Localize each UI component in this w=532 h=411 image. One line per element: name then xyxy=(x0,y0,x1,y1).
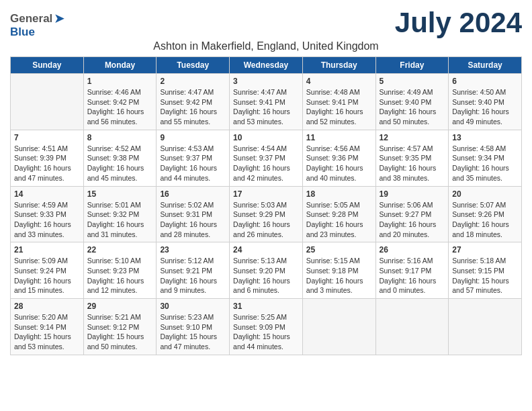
day-info: Sunrise: 4:48 AM Sunset: 9:41 PM Dayligh… xyxy=(306,87,372,127)
day-info: Sunrise: 5:21 AM Sunset: 9:12 PM Dayligh… xyxy=(87,312,153,352)
day-info: Sunrise: 5:25 AM Sunset: 9:09 PM Dayligh… xyxy=(233,312,299,352)
day-number: 10 xyxy=(233,133,299,142)
day-info: Sunrise: 4:56 AM Sunset: 9:36 PM Dayligh… xyxy=(306,144,372,183)
day-number: 31 xyxy=(233,302,299,311)
calendar-cell: 20Sunrise: 5:07 AM Sunset: 9:26 PM Dayli… xyxy=(449,186,522,242)
calendar-table: SundayMondayTuesdayWednesdayThursdayFrid… xyxy=(10,56,522,355)
day-info: Sunrise: 4:51 AM Sunset: 9:39 PM Dayligh… xyxy=(14,144,80,183)
calendar-week-row: 21Sunrise: 5:09 AM Sunset: 9:24 PM Dayli… xyxy=(11,242,522,299)
day-number: 28 xyxy=(14,302,80,311)
day-info: Sunrise: 4:57 AM Sunset: 9:35 PM Dayligh… xyxy=(380,144,445,183)
calendar-cell: 19Sunrise: 5:06 AM Sunset: 9:27 PM Dayli… xyxy=(375,186,449,242)
day-info: Sunrise: 5:16 AM Sunset: 9:17 PM Dayligh… xyxy=(380,256,445,295)
day-number: 9 xyxy=(160,133,226,142)
calendar-cell: 25Sunrise: 5:15 AM Sunset: 9:18 PM Dayli… xyxy=(302,242,375,299)
day-info: Sunrise: 4:47 AM Sunset: 9:42 PM Dayligh… xyxy=(160,87,226,127)
logo-blue: Blue xyxy=(10,26,35,38)
day-number: 17 xyxy=(233,189,299,199)
day-info: Sunrise: 5:01 AM Sunset: 9:32 PM Dayligh… xyxy=(87,200,153,240)
day-number: 24 xyxy=(233,245,299,255)
day-number: 18 xyxy=(306,189,372,199)
calendar-cell: 5Sunrise: 4:49 AM Sunset: 9:40 PM Daylig… xyxy=(375,74,449,130)
day-info: Sunrise: 5:02 AM Sunset: 9:31 PM Dayligh… xyxy=(160,200,226,240)
day-number: 11 xyxy=(306,133,372,142)
calendar-cell: 17Sunrise: 5:03 AM Sunset: 9:29 PM Dayli… xyxy=(230,186,303,242)
calendar-cell: 3Sunrise: 4:47 AM Sunset: 9:41 PM Daylig… xyxy=(230,74,303,130)
day-number: 13 xyxy=(452,133,518,142)
calendar-week-row: 14Sunrise: 4:59 AM Sunset: 9:33 PM Dayli… xyxy=(11,186,522,242)
day-info: Sunrise: 5:20 AM Sunset: 9:14 PM Dayligh… xyxy=(14,312,80,352)
day-info: Sunrise: 4:47 AM Sunset: 9:41 PM Dayligh… xyxy=(233,87,299,127)
calendar-cell: 10Sunrise: 4:54 AM Sunset: 9:37 PM Dayli… xyxy=(230,130,303,186)
day-number: 27 xyxy=(452,245,518,255)
day-info: Sunrise: 4:53 AM Sunset: 9:37 PM Dayligh… xyxy=(160,144,226,183)
weekday-header-friday: Friday xyxy=(375,57,449,74)
day-info: Sunrise: 5:23 AM Sunset: 9:10 PM Dayligh… xyxy=(160,312,226,352)
day-info: Sunrise: 5:07 AM Sunset: 9:26 PM Dayligh… xyxy=(452,200,518,240)
day-number: 16 xyxy=(160,189,226,199)
day-info: Sunrise: 4:46 AM Sunset: 9:42 PM Dayligh… xyxy=(87,87,153,127)
day-number: 20 xyxy=(452,189,518,199)
day-info: Sunrise: 5:05 AM Sunset: 9:28 PM Dayligh… xyxy=(306,200,372,240)
logo-general: General xyxy=(10,13,52,24)
calendar-cell: 14Sunrise: 4:59 AM Sunset: 9:33 PM Dayli… xyxy=(11,186,84,242)
day-info: Sunrise: 4:58 AM Sunset: 9:34 PM Dayligh… xyxy=(452,144,518,183)
page-subtitle: Ashton in Makerfield, England, United Ki… xyxy=(10,40,522,52)
calendar-cell: 28Sunrise: 5:20 AM Sunset: 9:14 PM Dayli… xyxy=(11,299,84,355)
day-number: 3 xyxy=(233,77,299,86)
calendar-week-row: 1Sunrise: 4:46 AM Sunset: 9:42 PM Daylig… xyxy=(11,74,522,130)
day-info: Sunrise: 4:50 AM Sunset: 9:40 PM Dayligh… xyxy=(452,87,518,127)
logo-bird-icon: ➤ xyxy=(54,10,65,26)
day-number: 15 xyxy=(87,189,153,199)
calendar-cell: 6Sunrise: 4:50 AM Sunset: 9:40 PM Daylig… xyxy=(449,74,522,130)
day-number: 29 xyxy=(87,302,153,311)
day-number: 25 xyxy=(306,245,372,255)
calendar-cell: 27Sunrise: 5:18 AM Sunset: 9:15 PM Dayli… xyxy=(449,242,522,299)
calendar-cell: 1Sunrise: 4:46 AM Sunset: 9:42 PM Daylig… xyxy=(83,74,157,130)
calendar-cell: 4Sunrise: 4:48 AM Sunset: 9:41 PM Daylig… xyxy=(302,74,375,130)
day-number: 23 xyxy=(160,245,226,255)
calendar-cell: 22Sunrise: 5:10 AM Sunset: 9:23 PM Dayli… xyxy=(83,242,157,299)
calendar-cell: 31Sunrise: 5:25 AM Sunset: 9:09 PM Dayli… xyxy=(230,299,303,355)
calendar-cell xyxy=(302,299,375,355)
calendar-cell xyxy=(375,299,449,355)
calendar-cell: 23Sunrise: 5:12 AM Sunset: 9:21 PM Dayli… xyxy=(157,242,230,299)
day-info: Sunrise: 5:12 AM Sunset: 9:21 PM Dayligh… xyxy=(160,256,226,295)
day-number: 5 xyxy=(380,77,445,86)
calendar-week-row: 7Sunrise: 4:51 AM Sunset: 9:39 PM Daylig… xyxy=(11,130,522,186)
day-info: Sunrise: 5:15 AM Sunset: 9:18 PM Dayligh… xyxy=(306,256,372,295)
day-number: 21 xyxy=(14,245,80,255)
day-info: Sunrise: 5:10 AM Sunset: 9:23 PM Dayligh… xyxy=(87,256,153,295)
weekday-header-thursday: Thursday xyxy=(302,57,375,74)
logo: General ➤ Blue xyxy=(10,7,65,38)
weekday-header-sunday: Sunday xyxy=(11,57,84,74)
calendar-cell: 7Sunrise: 4:51 AM Sunset: 9:39 PM Daylig… xyxy=(11,130,84,186)
calendar-cell: 29Sunrise: 5:21 AM Sunset: 9:12 PM Dayli… xyxy=(83,299,157,355)
calendar-cell: 21Sunrise: 5:09 AM Sunset: 9:24 PM Dayli… xyxy=(11,242,84,299)
calendar-cell: 18Sunrise: 5:05 AM Sunset: 9:28 PM Dayli… xyxy=(302,186,375,242)
day-info: Sunrise: 5:03 AM Sunset: 9:29 PM Dayligh… xyxy=(233,200,299,240)
weekday-header-tuesday: Tuesday xyxy=(157,57,230,74)
day-info: Sunrise: 5:06 AM Sunset: 9:27 PM Dayligh… xyxy=(380,200,445,240)
calendar-cell: 30Sunrise: 5:23 AM Sunset: 9:10 PM Dayli… xyxy=(157,299,230,355)
day-info: Sunrise: 4:54 AM Sunset: 9:37 PM Dayligh… xyxy=(233,144,299,183)
day-number: 1 xyxy=(87,77,153,86)
day-info: Sunrise: 4:52 AM Sunset: 9:38 PM Dayligh… xyxy=(87,144,153,183)
day-number: 26 xyxy=(380,245,445,255)
calendar-cell: 15Sunrise: 5:01 AM Sunset: 9:32 PM Dayli… xyxy=(83,186,157,242)
calendar-cell: 2Sunrise: 4:47 AM Sunset: 9:42 PM Daylig… xyxy=(157,74,230,130)
calendar-week-row: 28Sunrise: 5:20 AM Sunset: 9:14 PM Dayli… xyxy=(11,299,522,355)
weekday-header-row: SundayMondayTuesdayWednesdayThursdayFrid… xyxy=(11,57,522,74)
day-number: 30 xyxy=(160,302,226,311)
day-info: Sunrise: 5:13 AM Sunset: 9:20 PM Dayligh… xyxy=(233,256,299,295)
day-number: 6 xyxy=(452,77,518,86)
calendar-cell: 9Sunrise: 4:53 AM Sunset: 9:37 PM Daylig… xyxy=(157,130,230,186)
day-number: 2 xyxy=(160,77,226,86)
day-info: Sunrise: 5:18 AM Sunset: 9:15 PM Dayligh… xyxy=(452,256,518,295)
calendar-cell: 8Sunrise: 4:52 AM Sunset: 9:38 PM Daylig… xyxy=(83,130,157,186)
calendar-cell: 26Sunrise: 5:16 AM Sunset: 9:17 PM Dayli… xyxy=(375,242,449,299)
weekday-header-monday: Monday xyxy=(83,57,157,74)
month-title: July 2024 xyxy=(395,7,522,39)
calendar-cell: 13Sunrise: 4:58 AM Sunset: 9:34 PM Dayli… xyxy=(449,130,522,186)
weekday-header-saturday: Saturday xyxy=(449,57,522,74)
